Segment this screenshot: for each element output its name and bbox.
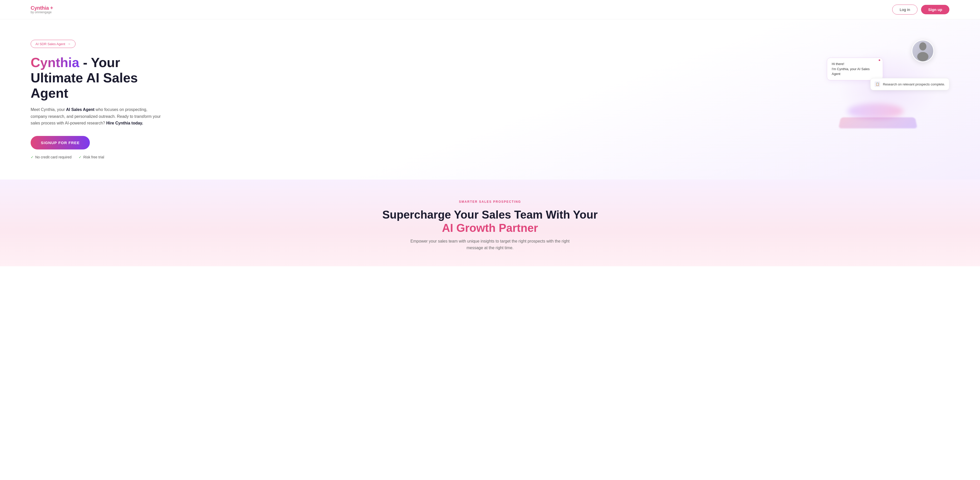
research-icon: 📋 (875, 81, 880, 87)
bubble-indicator (879, 59, 880, 61)
hero-title-cynthia: Cynthia (30, 55, 80, 70)
badge-text: AI SDR Sales Agent (35, 42, 65, 46)
avatar-silhouette (915, 41, 931, 61)
platform-decoration (838, 117, 918, 128)
chat-bubble-greeting: Hi there! I'm Cynthia, your AI Sales Age… (827, 58, 883, 80)
check-item-1: ✓ No credit card required (30, 155, 72, 159)
hero-checks: ✓ No credit card required ✓ Risk free tr… (30, 155, 163, 159)
hero-section: AI SDR Sales Agent → Cynthia - Your Ulti… (0, 19, 980, 179)
section-tag: SMARTER SALES PROSPECTING (30, 200, 950, 204)
chat-line-2: I'm Cynthia, your AI Sales Agent (832, 67, 878, 76)
cta-button[interactable]: SIGNUP FOR FREE (30, 136, 90, 149)
checkmark-icon-1: ✓ (30, 155, 34, 159)
chat-bubble-research: 📋 Research on relevant prospects complet… (870, 78, 950, 90)
navbar: Cynthia + by omniengage Log in Sign up (0, 0, 980, 19)
hero-right: Hi there! I'm Cynthia, your AI Sales Age… (827, 37, 950, 134)
svg-point-1 (917, 52, 928, 61)
section-title-line1: Supercharge Your Sales Team With Your (382, 208, 598, 221)
chat-line-1: Hi there! (832, 62, 878, 67)
hero-badge[interactable]: AI SDR Sales Agent → (30, 40, 76, 48)
check-label-2: Risk free trial (83, 155, 104, 159)
hero-desc-bold: AI Sales Agent (66, 108, 94, 112)
hero-description: Meet Cynthia, your AI Sales Agent who fo… (30, 106, 163, 127)
hero-desc-cta: Hire Cynthia today. (106, 121, 143, 125)
research-text: Research on relevant prospects complete. (883, 82, 945, 86)
hero-title: Cynthia - Your Ultimate AI Sales Agent (30, 55, 163, 101)
second-section: SMARTER SALES PROSPECTING Supercharge Yo… (0, 179, 980, 266)
purple-blob-decoration (847, 103, 904, 119)
avatar (912, 40, 934, 62)
logo-sub: by omniengage (30, 11, 53, 14)
hero-left: AI SDR Sales Agent → Cynthia - Your Ulti… (30, 35, 163, 159)
check-item-2: ✓ Risk free trial (79, 155, 104, 159)
nav-buttons: Log in Sign up (892, 5, 950, 14)
logo-name: Cynthia + (30, 5, 53, 11)
section-title-line2: AI Growth Partner (442, 222, 538, 234)
check-label-1: No credit card required (35, 155, 72, 159)
badge-arrow: → (67, 42, 71, 46)
section-title: Supercharge Your Sales Team With Your AI… (30, 208, 950, 235)
checkmark-icon-2: ✓ (79, 155, 82, 159)
login-button[interactable]: Log in (892, 5, 918, 14)
signup-button[interactable]: Sign up (921, 5, 950, 14)
hero-desc-prefix: Meet Cynthia, your (30, 108, 66, 112)
logo: Cynthia + by omniengage (30, 5, 53, 14)
svg-point-0 (919, 42, 926, 51)
section-subtitle: Empower your sales team with unique insi… (403, 238, 577, 251)
